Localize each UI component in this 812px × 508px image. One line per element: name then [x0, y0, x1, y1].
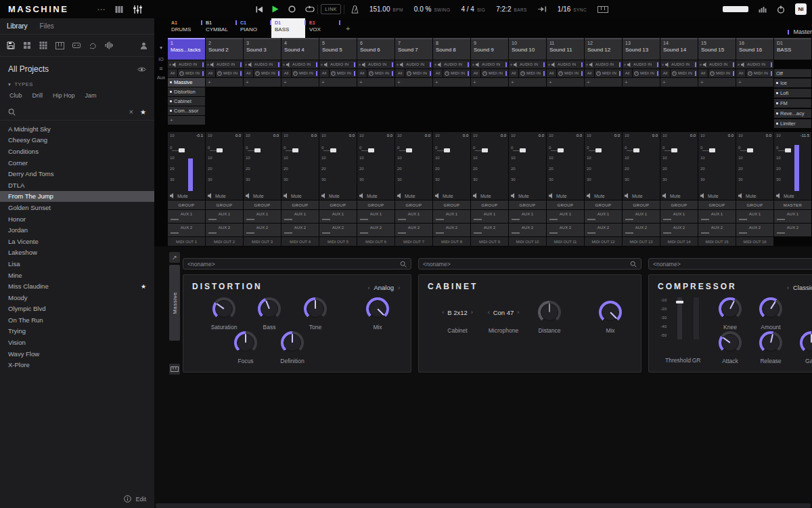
preview-toggle-button[interactable] [137, 66, 146, 72]
swing-field[interactable]: 0.0 % SWING [414, 5, 451, 13]
midi-in-button[interactable]: MIDI IN [367, 69, 394, 77]
midi-out-button[interactable]: MIDI OUT 8 [433, 237, 470, 246]
group-routing-button[interactable]: GROUP [206, 200, 243, 209]
midi-out-button[interactable]: MIDI OUT 4 [281, 237, 319, 246]
audio-in-button[interactable]: AUDIO IN [585, 60, 622, 68]
clear-search-button[interactable]: × [129, 108, 133, 116]
midi-out-button[interactable]: MIDI OUT 6 [357, 237, 394, 246]
fader-handle[interactable] [671, 148, 677, 152]
master-aux2-send[interactable]: AUX 2 [774, 224, 811, 236]
channel-header[interactable]: 1 Mass...tacks [168, 38, 205, 60]
aux2-send[interactable]: AUX 2 [509, 224, 546, 236]
add-plugin-button[interactable]: + [281, 78, 319, 87]
add-plugin-button[interactable]: + [168, 116, 205, 125]
midi-in-button[interactable]: MIDI IN [254, 69, 281, 77]
view-menu-button[interactable]: ⋯ [97, 6, 105, 13]
midi-in-button[interactable]: MIDI IN [405, 69, 432, 77]
group-routing-button[interactable]: GROUP [319, 200, 357, 209]
fader-section[interactable]: 10 -0.1 0102030 Mute [168, 132, 205, 200]
audio-in-button[interactable]: AUDIO IN [509, 60, 546, 68]
midi-in-button[interactable]: MIDI IN [519, 69, 546, 77]
fader-section[interactable]: 10 0.0 0102030 Mute [433, 132, 470, 200]
midi-all-button[interactable]: All [698, 69, 708, 77]
channel-header[interactable]: 6 Sound 6 [357, 38, 394, 60]
mute-button[interactable]: Mute [206, 192, 243, 200]
fader-handle[interactable] [520, 148, 526, 152]
midi-out-button[interactable]: MIDI OUT 5 [319, 237, 357, 246]
add-plugin-button[interactable]: + [623, 78, 660, 87]
mute-button[interactable]: Mute [244, 192, 281, 200]
aux2-send[interactable]: AUX 2 [585, 224, 622, 236]
project-item[interactable]: Vision ★ [0, 337, 154, 348]
aux1-send[interactable]: AUX 1 [736, 210, 773, 223]
fader-handle[interactable] [217, 148, 223, 152]
add-plugin-button[interactable]: + [547, 78, 584, 87]
type-tag[interactable]: Club [9, 92, 22, 99]
sounds-filter-button[interactable] [39, 41, 47, 49]
fader-section[interactable]: 10 0.0 0102030 Mute [547, 132, 584, 200]
add-plugin-button[interactable]: + [698, 78, 736, 87]
knob-dial[interactable] [538, 301, 561, 324]
groups-filter-button[interactable] [23, 41, 31, 49]
midi-all-button[interactable]: All [433, 69, 443, 77]
midi-all-button[interactable]: All [623, 69, 632, 77]
aux1-send[interactable]: AUX 1 [319, 210, 357, 223]
audio-in-button[interactable]: AUDIO IN [395, 60, 432, 68]
midi-in-button[interactable]: MIDI IN [557, 69, 584, 77]
collapse-chevron-icon[interactable]: ▾ [160, 45, 162, 51]
audio-engine-power-button[interactable] [777, 5, 785, 14]
midi-out-button[interactable]: MIDI OUT 3 [244, 237, 281, 246]
master-header[interactable]: D1 BASS [774, 38, 811, 60]
midi-in-button[interactable]: MIDI IN [481, 69, 508, 77]
audio-in-button[interactable]: AUDIO IN [206, 60, 243, 68]
midi-all-button[interactable]: All [168, 69, 177, 77]
midi-in-button[interactable]: MIDI IN [292, 69, 319, 77]
channel-header[interactable]: 9 Sound 9 [471, 38, 508, 60]
fader-handle[interactable] [330, 148, 336, 152]
fader-handle[interactable] [444, 148, 450, 152]
cpu-meter-button[interactable] [759, 6, 767, 13]
audio-in-button[interactable]: AUDIO IN [623, 60, 660, 68]
add-plugin-button[interactable]: + [319, 78, 357, 87]
fader-handle[interactable] [558, 148, 564, 152]
add-plugin-button[interactable]: + [244, 78, 281, 87]
channel-header[interactable]: 7 Sound 7 [395, 38, 432, 60]
project-item[interactable]: Cheesy Gang ★ [0, 135, 154, 146]
virtual-keyboard-button[interactable] [169, 364, 180, 375]
add-plugin-button[interactable]: + [585, 78, 622, 87]
midi-out-button[interactable]: MIDI OUT 9 [471, 237, 508, 246]
fader-section[interactable]: 10 0.0 0102030 Mute [319, 132, 357, 200]
threshold-slider[interactable] [677, 297, 682, 339]
midi-out-button[interactable]: MIDI OUT 7 [395, 237, 432, 246]
add-plugin-button[interactable]: + [433, 78, 470, 87]
mute-button[interactable]: Mute [319, 192, 357, 200]
add-plugin-button[interactable]: + [206, 78, 243, 87]
aux2-send[interactable]: AUX 2 [736, 224, 773, 236]
play-button[interactable] [272, 5, 279, 13]
add-plugin-button[interactable]: + [471, 78, 508, 87]
group-routing-button[interactable]: GROUP [698, 200, 736, 209]
midi-all-button[interactable]: All [585, 69, 594, 77]
add-plugin-button[interactable]: + [395, 78, 432, 87]
master-mute-button[interactable]: Mute [774, 192, 811, 200]
aux2-send[interactable]: AUX 2 [206, 224, 243, 236]
mute-button[interactable]: Mute [585, 192, 622, 200]
aux1-send[interactable]: AUX 1 [206, 210, 243, 223]
midi-all-button[interactable]: All [660, 69, 670, 77]
prev-icon[interactable]: ‹ [442, 309, 444, 316]
channel-header[interactable]: 15 Sound 15 [698, 38, 736, 60]
audio-in-button[interactable]: AUDIO IN [244, 60, 281, 68]
channel-header[interactable]: 16 Sound 16 [736, 38, 773, 60]
fader-handle[interactable] [368, 148, 374, 152]
next-icon[interactable]: › [471, 309, 473, 316]
aux1-send[interactable]: AUX 1 [357, 210, 394, 223]
fader-section[interactable]: 10 0.0 0102030 Mute [395, 132, 432, 200]
add-plugin-button[interactable]: + [509, 78, 546, 87]
aux2-send[interactable]: AUX 2 [623, 224, 660, 236]
metronome-button[interactable] [351, 5, 359, 14]
plugin-slot[interactable]: Distortion [168, 87, 205, 96]
audio-in-button[interactable]: AUDIO IN [357, 60, 394, 68]
group-routing-button[interactable]: GROUP [585, 200, 622, 209]
fader-handle[interactable] [709, 148, 715, 152]
midi-in-button[interactable]: MIDI IN [178, 69, 205, 77]
